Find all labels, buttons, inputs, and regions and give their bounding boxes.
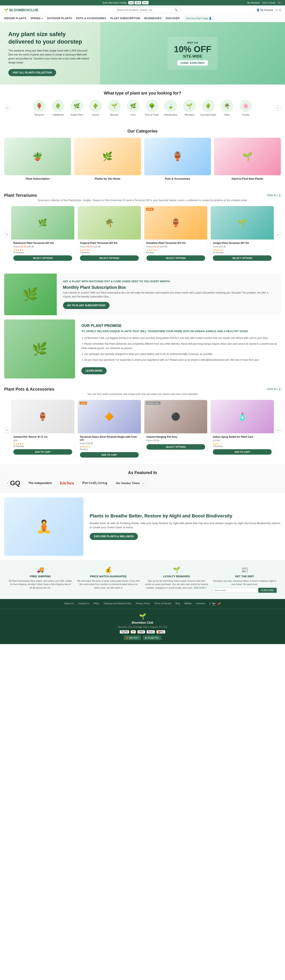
terrarium-product-3[interactable]: SALE 🏺 Primeline Plant Terrarium DIY Kit… xyxy=(144,206,208,263)
account-link[interactable]: 👤 My Account xyxy=(256,8,273,11)
footer-about[interactable]: About Us xyxy=(64,602,74,606)
footer-contact[interactable]: Contact Us xyxy=(78,602,89,606)
palm-label: Palm xyxy=(224,113,229,116)
pot-badge-2: SALE xyxy=(80,402,87,404)
category-pots[interactable]: 🏺 Pots & Accessories xyxy=(144,138,211,180)
featured-independent: The Independent xyxy=(29,481,52,485)
terrarium-product-4[interactable]: 🌱 Jungle Plant Terrarium DIY Kit From £3… xyxy=(210,206,274,263)
wellness-section: 🧘 Plants to Breathe Better, Restore by N… xyxy=(4,497,281,556)
pot-name-1: Cement Pot 'Givros' Ø 17 cm xyxy=(13,436,72,438)
terrariums-view-all[interactable]: VIEW ALL ❯ xyxy=(267,194,281,197)
footer-blog[interactable]: Blog xyxy=(175,602,180,606)
plant-type-philo[interactable]: 🍃 Philodendron xyxy=(162,100,179,116)
terrariums-subtitle: Grow your collection of tiny Rainforests… xyxy=(4,199,281,202)
nav-indoor-plants[interactable]: INDOOR PLANTS xyxy=(4,15,26,22)
terrarium-product-1[interactable]: 🌿 Rainforest Plant Terrarium DIY Kit Fro… xyxy=(11,206,75,263)
search-input[interactable] xyxy=(117,8,174,11)
find-your-plant-btn[interactable]: Find Your Plant Today 👤 xyxy=(184,16,214,21)
pots-scroll-left[interactable]: ‹ xyxy=(4,427,10,433)
facebook-icon[interactable]: f xyxy=(210,602,210,606)
nav-discover[interactable]: DISCOVER xyxy=(166,15,180,22)
search-icon[interactable]: 🔍 xyxy=(174,8,178,12)
hero-cta-button[interactable]: VISIT ALL PLANTS COLLECTION xyxy=(8,69,56,76)
country-flag[interactable]: 🇬🇧 xyxy=(278,2,281,4)
footer-privacy[interactable]: Privacy Policy xyxy=(136,602,150,606)
terrarium-select-btn-2[interactable]: SELECT OPTIONS xyxy=(80,255,139,261)
fern-label: Fern xyxy=(131,113,135,116)
app-store-button[interactable]: 🍎 App Store xyxy=(124,636,141,640)
plant-type-succulent[interactable]: 🌵 Succulent Plant xyxy=(200,100,217,116)
terrarium-product-2[interactable]: 🌴 Tropical Plant Terrarium DIY Kit From … xyxy=(78,206,141,263)
plant-type-cabbage[interactable]: 🌵 Cabbletree xyxy=(49,100,66,116)
promise-cta-button[interactable]: LEARN MORE xyxy=(81,367,107,374)
category-subscription[interactable]: 🪴 Plant Subscription xyxy=(4,138,71,180)
plant-type-terrarium[interactable]: 🏺 Terrarium xyxy=(31,100,48,116)
footer-investors[interactable]: Investors xyxy=(196,602,205,606)
terrarium-select-btn-4[interactable]: SELECT OPTIONS xyxy=(213,255,272,261)
plant-type-snake[interactable]: 🌿 Snake Plant xyxy=(68,100,85,116)
footer-shipping[interactable]: Shipping and Refund Policy xyxy=(103,602,132,606)
nav-spring[interactable]: SPRING ♦ xyxy=(30,15,43,22)
loyalty-join-link[interactable]: JOIN NOW > xyxy=(193,587,207,589)
nav-subscription[interactable]: PLANT SUBSCRIPTION xyxy=(110,15,140,22)
pot-product-3[interactable]: Medium Grey ⚫ Cement Hanging Pot Grey Fr… xyxy=(144,400,208,460)
plant-types-container: ‹ 🏺 Terrarium 🌵 Cabbletree 🌿 Snake Plant… xyxy=(4,100,281,116)
nav-businesses[interactable]: BUSINESSES xyxy=(144,15,161,22)
featured-scroll-left[interactable]: ‹ xyxy=(4,480,10,486)
get-in-touch-link[interactable]: Get In Touch xyxy=(263,2,275,4)
pot-price-3: From £19.95 xyxy=(146,439,205,442)
subscribe-email-input[interactable] xyxy=(213,588,258,593)
nav-outdoor-plants[interactable]: OUTDOOR PLANTS xyxy=(47,15,72,22)
subscription-cta-button[interactable]: GO TO PLANT SUBSCRIPTIONS xyxy=(63,302,110,309)
wellness-cta-button[interactable]: EXPLORE PLANTS & WELLNESS xyxy=(90,533,138,540)
promise-point-3: Our packages are specially designed to k… xyxy=(81,352,281,356)
pot-reviews-1: 15 Reviews xyxy=(13,445,72,447)
pot-add-cart-btn-1[interactable]: ADD TO CART xyxy=(13,449,72,455)
hard-to-find-label: Hard-to-Find New Plants xyxy=(232,177,263,180)
featured-scroll-right[interactable]: › xyxy=(140,480,146,486)
terrarium-select-btn-1[interactable]: SELECT OPTIONS xyxy=(13,255,72,261)
scroll-left-btn[interactable]: ‹ xyxy=(4,105,10,111)
pot-add-cart-btn-2[interactable]: ADD TO CART xyxy=(80,452,139,458)
instagram-icon[interactable]: 📷 xyxy=(212,602,215,606)
subscribe-button[interactable]: SUBSCRIBE xyxy=(258,588,277,593)
scroll-right-btn[interactable]: › xyxy=(275,105,281,111)
pot-product-4[interactable]: 🧴 Indoor Spray Bottle for Plant Care £14… xyxy=(210,400,274,460)
terrariums-scroll-left[interactable]: ‹ xyxy=(4,232,10,237)
terrarium-icon: 🏺 xyxy=(33,100,46,112)
footer-faqs[interactable]: FAQs xyxy=(94,602,99,606)
plant-type-ficus[interactable]: 🌳 Ficus & Trees xyxy=(143,100,160,116)
google-play-button[interactable]: ▶ Google Play xyxy=(143,636,161,640)
category-home-plants[interactable]: 🌿 Plants for the Home xyxy=(74,138,141,180)
subscription-label: Plant Subscription xyxy=(25,177,49,180)
terrariums-scroll-right[interactable]: › xyxy=(275,232,281,237)
wellness-description: Breathe fresh air with Air Purifying Pla… xyxy=(90,521,281,530)
plant-type-orchid[interactable]: 🌸 Orchid xyxy=(237,100,254,116)
basket-icon[interactable]: 🛒 0 xyxy=(275,8,281,11)
terrarium-name-4: Jungle Plant Terrarium DIY Kit xyxy=(213,242,272,245)
category-hard-to-find[interactable]: 🌱 Hard-to-Find New Plants xyxy=(214,138,281,180)
footer-affiliate[interactable]: Affiliate xyxy=(184,602,192,606)
plant-type-aloe[interactable]: 🌱 Aloevas xyxy=(106,100,123,116)
plant-type-monstera[interactable]: 🌱 Monstera xyxy=(181,100,198,116)
my-rewards-link[interactable]: My Rewards xyxy=(247,2,260,4)
pot-name-2: Terrarium Glass 32cm Pyramid Shape with … xyxy=(80,436,139,441)
pots-scroll-right[interactable]: › xyxy=(275,427,281,433)
pot-product-2[interactable]: SALE 🔶 Terrarium Glass 32cm Pyramid Shap… xyxy=(78,400,141,460)
pots-scroll: ‹ 🏺 Cement Pot 'Givros' Ø 17 cm £24 ★★★★… xyxy=(4,400,281,460)
terrarium-price-2: From £36.95 £34.95 xyxy=(80,245,139,248)
nav-pots[interactable]: POTS & ACCESSORIES xyxy=(76,15,106,22)
plant-type-palm[interactable]: 🌴 Palm xyxy=(219,100,236,116)
footer-terms[interactable]: Terms of Service xyxy=(154,602,171,606)
logo[interactable]: 🌱 BLOOMBOXCLUB xyxy=(4,8,38,12)
pinterest-icon[interactable]: 📌 xyxy=(217,602,221,606)
terrarium-select-btn-3[interactable]: SELECT OPTIONS xyxy=(146,255,205,261)
pot-add-cart-btn-4[interactable]: ADD TO CART xyxy=(213,449,272,455)
plant-type-fern[interactable]: 🌿 Fern xyxy=(125,100,142,116)
featured-logos: GQ The Independent kitchen PeriodLiving … xyxy=(10,479,140,487)
terrarium-reviews-2: 5 Reviews xyxy=(80,251,139,254)
pot-select-btn-3[interactable]: SELECT OPTIONS xyxy=(146,444,205,450)
plant-type-cactus[interactable]: 🌵 Cactus xyxy=(87,100,104,116)
pot-product-1[interactable]: 🏺 Cement Pot 'Givros' Ø 17 cm £24 ★★★★★ … xyxy=(11,400,75,460)
pots-view-all[interactable]: VIEW ALL ❯ xyxy=(267,388,281,391)
